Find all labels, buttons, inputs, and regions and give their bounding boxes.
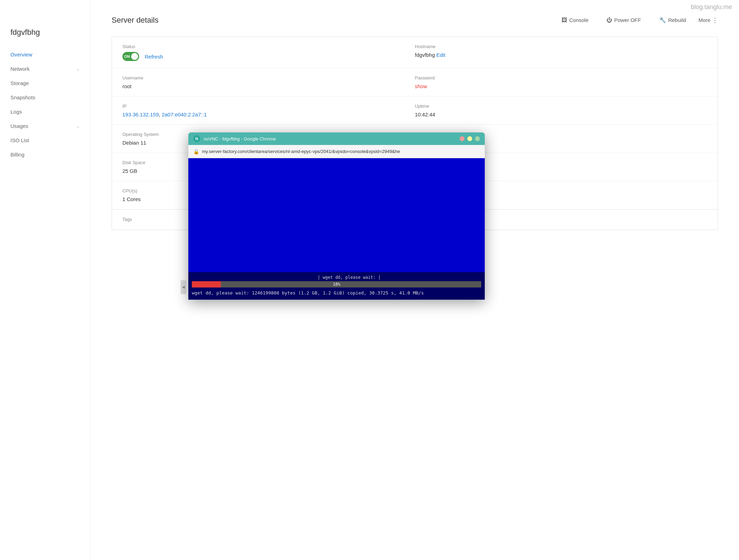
password-label: Password — [415, 75, 708, 80]
progress-label: 10% — [192, 281, 481, 287]
novnc-screen[interactable]: | wget dd, please wait: | 10% wget dd, p… — [188, 158, 485, 300]
novnc-favicon-icon: N — [193, 135, 200, 142]
wrench-icon: 🔧 — [659, 17, 666, 23]
password-col: Password show — [415, 75, 708, 89]
status-hostname-row: Status ON Refresh Hostname fdgvfbhg Edit — [112, 37, 718, 68]
sidebar-item-storage[interactable]: Storage — [0, 76, 90, 90]
hostname-col: Hostname fdgvfbhg Edit — [415, 44, 708, 61]
hostname-value: fdgvfbhg Edit — [415, 52, 708, 58]
hostname-label: Hostname — [415, 44, 708, 49]
top-bar: blog.tanglu.me — [0, 0, 739, 14]
toggle-on-label: ON — [124, 54, 130, 59]
wget-wait-label: | wget dd, please wait: | — [188, 275, 485, 280]
sidebar-item-label-network: Network — [10, 66, 30, 72]
ip-col: IP 193.36.132.159, 2a07:e040:2:2a7::1 — [122, 103, 415, 117]
sidebar-item-label-usages: Usages — [10, 123, 28, 129]
more-button[interactable]: More ⋮ — [699, 16, 718, 24]
toggle-row: ON Refresh — [122, 52, 415, 61]
novnc-cmd-text: wget dd, please wait: 1246199808 bytes (… — [188, 289, 485, 297]
ip-value: 193.36.132.159, 2a07:e040:2:2a7::1 — [122, 112, 415, 117]
username-label: Username — [122, 75, 415, 80]
uptime-col: Uptime 10:42:44 — [415, 103, 708, 117]
sidebar-item-label-snapshots: Snapshots — [10, 94, 35, 100]
status-label: Status — [122, 44, 415, 49]
lock-icon: 🔒 — [193, 149, 199, 154]
console-button[interactable]: 🖼 Console — [556, 14, 594, 26]
sidebar-item-label-storage: Storage — [10, 80, 29, 86]
novnc-url: my.server-factory.com/clientarea/service… — [202, 149, 480, 154]
chevron-down-icon-usages: ⌄ — [76, 124, 80, 129]
refresh-link[interactable]: Refresh — [145, 54, 163, 60]
sidebar-item-snapshots[interactable]: Snapshots — [0, 90, 90, 105]
sidebar-item-label-logs: Logs — [10, 109, 22, 115]
username-value: root — [122, 83, 415, 89]
username-col: Username root — [122, 75, 415, 89]
ip-uptime-row: IP 193.36.132.159, 2a07:e040:2:2a7::1 Up… — [112, 97, 718, 125]
app-container: fdgvfbhg Overview Network ⌄ Storage Snap… — [0, 0, 739, 560]
sidebar: fdgvfbhg Overview Network ⌄ Storage Snap… — [0, 0, 91, 560]
more-label: More — [699, 17, 710, 23]
sidebar-nav: Overview Network ⌄ Storage Snapshots Log… — [0, 47, 90, 162]
novnc-controls — [460, 136, 480, 141]
username-password-row: Username root Password show — [112, 68, 718, 97]
sidebar-item-network[interactable]: Network ⌄ — [0, 62, 90, 76]
main-content: Server details 🖼 Console ⏻ Power OFF 🔧 R… — [91, 0, 739, 560]
novnc-minimize-button[interactable] — [467, 136, 472, 141]
sidebar-item-label-iso-list: ISO List — [10, 137, 29, 143]
sidebar-item-label-billing: Billing — [10, 152, 24, 158]
sidebar-item-usages[interactable]: Usages ⌄ — [0, 119, 90, 133]
ip-label: IP — [122, 103, 415, 109]
power-off-label: Power OFF — [614, 17, 641, 23]
novnc-window: N noVNC - fdgvfbhg - Google Chrome 🔒 my.… — [188, 132, 485, 300]
sidebar-toggle-handle[interactable]: ◀ — [181, 280, 186, 294]
uptime-label: Uptime — [415, 103, 708, 109]
monitor-icon: 🖼 — [561, 17, 567, 23]
show-password-link[interactable]: show — [415, 83, 708, 89]
novnc-title: noVNC - fdgvfbhg - Google Chrome — [204, 136, 456, 141]
edit-hostname-link[interactable]: Edit — [436, 52, 445, 58]
power-off-button[interactable]: ⏻ Power OFF — [601, 14, 647, 26]
ip-v6-link[interactable]: 2a07:e040:2:2a7::1 — [162, 112, 207, 117]
power-toggle[interactable]: ON — [122, 52, 139, 61]
sidebar-item-label-overview: Overview — [10, 52, 32, 57]
page-title: Server details — [112, 16, 159, 25]
power-icon: ⏻ — [606, 17, 612, 23]
toggle-knob — [131, 53, 138, 60]
console-label: Console — [569, 17, 588, 23]
page-header: Server details 🖼 Console ⏻ Power OFF 🔧 R… — [112, 14, 718, 26]
progress-bar-wrap: 10% — [192, 281, 481, 287]
tags-label: Tags — [122, 217, 192, 222]
novnc-maximize-button[interactable] — [475, 136, 480, 141]
sidebar-item-logs[interactable]: Logs — [0, 105, 90, 119]
rebuild-button[interactable]: 🔧 Rebuild — [654, 14, 692, 26]
header-actions: 🖼 Console ⏻ Power OFF 🔧 Rebuild More ⋮ — [556, 14, 718, 26]
status-col: Status ON Refresh — [122, 44, 415, 61]
uptime-value: 10:42:44 — [415, 112, 708, 117]
server-name: fdgvfbhg — [0, 21, 90, 47]
rebuild-label: Rebuild — [668, 17, 686, 23]
domain-label: blog.tanglu.me — [691, 3, 732, 11]
sidebar-item-iso-list[interactable]: ISO List — [0, 133, 90, 147]
more-dots-icon: ⋮ — [712, 16, 718, 24]
novnc-terminal: | wget dd, please wait: | 10% wget dd, p… — [188, 272, 485, 300]
chevron-down-icon: ⌄ — [76, 67, 80, 71]
sidebar-item-overview[interactable]: Overview — [0, 47, 90, 62]
sidebar-item-billing[interactable]: Billing — [0, 147, 90, 162]
novnc-close-button[interactable] — [460, 136, 465, 141]
ip-v4-link[interactable]: 193.36.132.159 — [122, 112, 159, 117]
novnc-addressbar: 🔒 my.server-factory.com/clientarea/servi… — [188, 145, 485, 158]
novnc-titlebar: N noVNC - fdgvfbhg - Google Chrome — [188, 132, 485, 145]
